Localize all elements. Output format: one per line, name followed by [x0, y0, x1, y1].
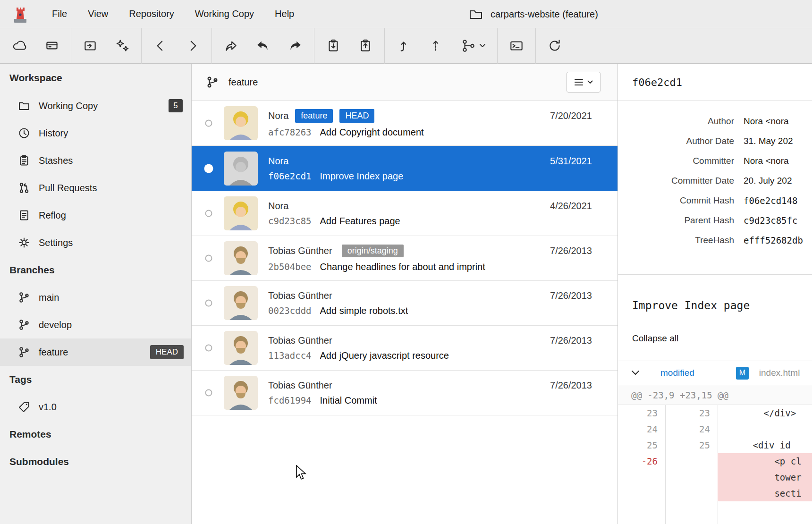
sidebar-item-pull-requests[interactable]: Pull Requests: [0, 174, 191, 202]
diff-code: secti: [718, 485, 812, 501]
redo-icon: [287, 38, 303, 54]
sidebar-item-settings[interactable]: Settings: [0, 229, 191, 256]
commit-message: Add jQuery javascript resource: [320, 350, 449, 361]
chevron-down-icon: [631, 370, 640, 376]
quick-actions-button[interactable]: [108, 31, 137, 60]
detail-commit-hash: f06e2cd1: [618, 64, 812, 101]
diff-line: 23 23 </div>: [618, 405, 812, 421]
branch-badge: feature: [295, 109, 333, 123]
commit-date: 7/26/2013: [550, 290, 592, 301]
stash-down-icon: [325, 38, 341, 54]
folder-icon: [18, 100, 30, 112]
graph-node-icon: [205, 210, 212, 217]
chevron-down-icon: [479, 43, 486, 48]
commit-row-selected[interactable]: Nora 5/31/2021 f06e2cd1 Improve Index pa…: [192, 146, 617, 191]
graph-node-icon: [205, 120, 212, 127]
commit-date: 7/26/2013: [550, 335, 592, 346]
field-value: 31. May 202: [744, 136, 793, 146]
toolbar-separator: [384, 28, 385, 64]
commit-hash: c9d23c85: [268, 216, 312, 226]
folder-icon: [469, 8, 483, 20]
undo-icon: [255, 38, 271, 54]
section-workspace[interactable]: Workspace: [0, 64, 191, 92]
menu-view[interactable]: View: [77, 0, 118, 28]
merge-button[interactable]: [453, 31, 493, 60]
diff-line-removed: tower: [618, 469, 812, 485]
change-count-badge: 5: [169, 99, 183, 112]
commit-row[interactable]: Nora 4/26/2021 c9d23c85 Add Features pag…: [192, 191, 617, 236]
apply-stash-button[interactable]: [351, 31, 380, 60]
sidebar-item-label: Reflog: [39, 210, 66, 221]
sidebar-item-history[interactable]: History: [0, 119, 191, 147]
detail-field-commit-hash: Commit Hash f06e2cd148: [618, 191, 812, 211]
sidebar-item-tag-v1[interactable]: v1.0: [0, 393, 191, 421]
back-button[interactable]: [146, 31, 175, 60]
list-icon: [574, 78, 584, 86]
new-line-number: 23: [665, 408, 718, 418]
detail-field-author: Author Nora <nora: [618, 111, 812, 131]
field-value: efff52682db: [744, 235, 803, 245]
menu-help[interactable]: Help: [264, 0, 304, 28]
window-title: carparts-website (feature): [469, 0, 598, 28]
open-repository-button[interactable]: [76, 31, 105, 60]
section-remotes[interactable]: Remotes: [0, 421, 191, 448]
save-stash-button[interactable]: [319, 31, 348, 60]
list-options-button[interactable]: [567, 72, 601, 93]
field-label: Parent Hash: [618, 215, 734, 226]
push-button[interactable]: [421, 31, 450, 60]
file-status-label: modified: [660, 368, 694, 378]
graph-node-icon: [204, 164, 213, 173]
commit-message: Initial Commit: [320, 395, 377, 406]
graph-node-icon: [205, 255, 212, 262]
field-label: Commit Hash: [618, 195, 734, 206]
sidebar-item-working-copy[interactable]: Working Copy 5: [0, 92, 191, 119]
sidebar-item-branch-main[interactable]: main: [0, 284, 191, 311]
commit-list-header: feature: [192, 64, 617, 101]
push-icon: [428, 38, 444, 54]
section-submodules[interactable]: Submodules: [0, 448, 191, 475]
menu-working-copy[interactable]: Working Copy: [185, 0, 264, 28]
commit-row[interactable]: Tobias Günther 7/26/2013 0023cddd Add si…: [192, 281, 617, 326]
forward-button[interactable]: [178, 31, 207, 60]
commit-date: 7/26/2013: [550, 380, 592, 391]
section-branches[interactable]: Branches: [0, 256, 191, 284]
sidebar-item-branch-feature[interactable]: feature HEAD: [0, 338, 191, 366]
avatar: [224, 106, 258, 140]
sidebar-item-stashes[interactable]: Stashes: [0, 147, 191, 174]
graph-node-icon: [205, 300, 212, 307]
undo-button[interactable]: [248, 31, 278, 60]
sidebar-item-label: History: [39, 128, 68, 139]
redo-button[interactable]: [280, 31, 310, 60]
open-repository-icon: [82, 38, 98, 54]
refresh-button[interactable]: [540, 31, 569, 60]
toolbar-separator: [535, 28, 536, 64]
checkout-button[interactable]: [216, 31, 245, 60]
changed-file-row[interactable]: modified M index.html: [618, 361, 812, 385]
device-button[interactable]: [37, 31, 67, 60]
head-badge: HEAD: [339, 109, 374, 123]
menu-file[interactable]: File: [42, 0, 77, 28]
head-badge: HEAD: [150, 345, 184, 359]
fetch-button[interactable]: [5, 31, 34, 60]
commit-message: Improve Index page: [320, 171, 404, 182]
commit-row[interactable]: Tobias Günther 7/26/2013 113adcc4 Add jQ…: [192, 326, 617, 371]
refresh-icon: [547, 38, 563, 54]
commit-row[interactable]: Nora feature HEAD 7/20/2021 afc78263 Add…: [192, 101, 617, 146]
diff-view[interactable]: 23 23 </div> 24 24 25 25 <div id -26: [618, 405, 812, 524]
sidebar-item-reflog[interactable]: Reflog: [0, 202, 191, 229]
menu-repository[interactable]: Repository: [118, 0, 185, 28]
sidebar-item-label: Stashes: [39, 155, 73, 166]
document-icon: [18, 209, 30, 221]
section-tags[interactable]: Tags: [0, 366, 191, 393]
toolbar-separator: [497, 28, 498, 64]
commit-row[interactable]: Tobias Günther 7/26/2013 fcd61994 Initia…: [192, 371, 617, 415]
toolbar-separator: [141, 28, 142, 64]
pull-button[interactable]: [389, 31, 418, 60]
collapse-all-link[interactable]: Collapse all: [632, 333, 798, 344]
toolbar-separator: [211, 28, 212, 64]
commit-row[interactable]: Tobias Günther origin/staging 7/26/2013 …: [192, 236, 617, 281]
drive-icon: [44, 38, 60, 54]
sidebar-item-branch-develop[interactable]: develop: [0, 311, 191, 338]
terminal-button[interactable]: [502, 31, 531, 60]
branch-icon: [18, 319, 30, 331]
